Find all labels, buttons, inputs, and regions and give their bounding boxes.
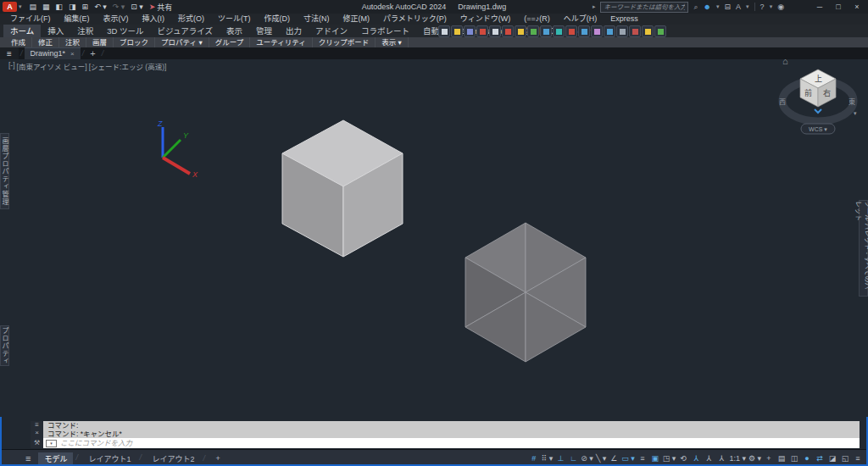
- ribbon-tool-icon[interactable]: [616, 25, 628, 37]
- status-toggle-icon[interactable]: ◳ ▾: [663, 454, 676, 463]
- menu-item[interactable]: 作成(D): [258, 14, 298, 25]
- health-report-icon[interactable]: ◉: [777, 3, 784, 11]
- status-toggle-icon[interactable]: ∟: [568, 454, 578, 463]
- ribbon-panel-label[interactable]: グループ: [209, 37, 251, 47]
- ribbon-panel-label[interactable]: ブロック: [114, 37, 155, 47]
- ribbon-tab[interactable]: コラボレート: [354, 25, 416, 37]
- minimize-button[interactable]: ─: [813, 3, 826, 11]
- ribbon-panel-label[interactable]: クリップボード: [313, 37, 376, 47]
- qat-tool-icon[interactable]: ➤: [149, 0, 156, 14]
- command-close-icon[interactable]: ×: [35, 429, 39, 436]
- file-tab-menu-icon[interactable]: ≡: [0, 47, 19, 59]
- layout-tab[interactable]: レイアウト1: [82, 452, 136, 465]
- status-toggle-icon[interactable]: ▤: [776, 454, 787, 463]
- ribbon-tab[interactable]: 注釈: [70, 25, 100, 37]
- properties-palette-tab[interactable]: プロパティ: [0, 325, 9, 366]
- ribbon-tool-icon[interactable]: [642, 25, 654, 37]
- viewcube-compass-east[interactable]: 東: [849, 97, 855, 106]
- status-toggle-icon[interactable]: ⊘ ▾: [581, 454, 593, 463]
- search-input[interactable]: [600, 2, 688, 13]
- ribbon-tool-icon[interactable]: [464, 25, 476, 37]
- ribbon-tab[interactable]: ホーム: [3, 25, 41, 37]
- ribbon-tool-icon[interactable]: [451, 25, 463, 37]
- ribbon-tab[interactable]: 3D ツール: [100, 25, 150, 37]
- status-toggle-icon[interactable]: ◪: [827, 454, 837, 463]
- viewcube-context-caret-icon[interactable]: ▾: [854, 110, 857, 116]
- menu-item[interactable]: (==♪(R): [517, 14, 557, 25]
- tool-palettes-tab[interactable]: ツール パレット - すべてのパレット: [859, 200, 868, 297]
- menu-item[interactable]: ファイル(F): [3, 14, 58, 25]
- status-toggle-icon[interactable]: ⚙ ▾: [748, 454, 761, 463]
- qat-tool-icon[interactable]: ◨: [69, 0, 76, 14]
- statusbar-menu-icon[interactable]: ≡: [25, 453, 31, 463]
- layout-tab[interactable]: +: [209, 453, 225, 463]
- command-input[interactable]: [60, 439, 860, 448]
- status-toggle-icon[interactable]: ◱: [840, 454, 850, 463]
- ribbon-tool-icon[interactable]: [515, 25, 526, 37]
- help-icon[interactable]: ?: [760, 3, 765, 11]
- app-store-cart-icon[interactable]: ⊟: [725, 3, 732, 11]
- qat-tool-icon[interactable]: ↶ ▾: [94, 0, 107, 14]
- command-options-icon[interactable]: ▾: [46, 440, 57, 447]
- ribbon-tool-icon[interactable]: [604, 25, 615, 37]
- viewcube-label-top[interactable]: 上: [815, 75, 822, 83]
- ribbon-tool-icon[interactable]: [489, 25, 501, 37]
- status-toggle-icon[interactable]: ⟲: [678, 454, 688, 463]
- ribbon-panel-label[interactable]: 画層: [86, 37, 114, 47]
- ribbon-tool-icon[interactable]: [476, 25, 488, 37]
- ribbon-tool-icon[interactable]: [654, 25, 666, 37]
- qat-tool-icon[interactable]: ▦: [42, 0, 50, 14]
- help-caret-icon[interactable]: ▾: [770, 3, 773, 10]
- user-caret-icon[interactable]: ▾: [716, 3, 720, 10]
- ribbon-tool-icon[interactable]: [540, 25, 552, 37]
- ribbon-panel-label[interactable]: 修正: [32, 37, 59, 47]
- status-toggle-icon[interactable]: ⊥: [555, 454, 565, 463]
- maximize-button[interactable]: □: [832, 3, 845, 11]
- viewcube-compass-west[interactable]: 西: [779, 98, 786, 106]
- ribbon-tab[interactable]: 管理: [249, 25, 279, 37]
- layout-tab[interactable]: レイアウト2: [146, 452, 200, 465]
- autodesk-a-icon[interactable]: A: [736, 3, 741, 11]
- viewport-view-control[interactable]: [南東アイソメ ビュー]: [17, 61, 87, 71]
- layer-properties-manager-palette-tab[interactable]: 画層プロパティ管理: [0, 133, 9, 209]
- menu-item[interactable]: 表示(V): [97, 14, 136, 25]
- viewcube-label-right[interactable]: 右: [823, 88, 831, 97]
- share-button[interactable]: 共有: [157, 2, 172, 13]
- ribbon-tab[interactable]: ビジュアライズ: [151, 25, 220, 37]
- ribbon-tool-icon[interactable]: [553, 25, 565, 37]
- ribbon-panel-label[interactable]: 表示 ▾: [376, 37, 409, 47]
- ribbon-panel-label[interactable]: 作成: [5, 37, 32, 47]
- status-toggle-icon[interactable]: 1:1 ▾: [729, 454, 746, 463]
- viewport-visual-style-control[interactable]: [シェード:エッジ (高速)]: [89, 61, 167, 71]
- status-toggle-icon[interactable]: ⅄: [704, 454, 714, 463]
- status-toggle-icon[interactable]: ▣: [650, 454, 660, 463]
- viewcube-orient-chevron-icon[interactable]: [815, 109, 821, 113]
- layout-tab[interactable]: モデル: [38, 452, 73, 465]
- menu-item[interactable]: ツール(T): [211, 14, 258, 25]
- command-history-icon[interactable]: ≡: [35, 421, 39, 429]
- box-mesh[interactable]: [465, 223, 586, 362]
- menu-item[interactable]: パラメトリック(P): [376, 14, 453, 25]
- viewport-minimize-control[interactable]: [-]: [8, 61, 15, 71]
- menu-item[interactable]: 修正(M): [337, 14, 377, 25]
- command-customize-wrench-icon[interactable]: ⚒: [34, 439, 40, 447]
- menu-item[interactable]: 編集(E): [58, 14, 97, 25]
- ribbon-tool-icon[interactable]: [629, 25, 641, 37]
- search-icon[interactable]: ⌕: [693, 3, 698, 12]
- signin-user-icon[interactable]: ☻: [704, 3, 711, 11]
- ribbon-tab[interactable]: 挿入: [41, 25, 70, 37]
- status-toggle-icon[interactable]: ⅄: [691, 454, 701, 463]
- qat-tool-icon[interactable]: ⊡ ▾: [131, 0, 143, 14]
- drawing-tab-close-icon[interactable]: ×: [70, 48, 75, 59]
- ribbon-panel-label[interactable]: ユーティリティ: [250, 37, 312, 47]
- autodesk-caret-icon[interactable]: ▾: [746, 3, 749, 10]
- status-toggle-icon[interactable]: ∠: [609, 454, 619, 463]
- status-toggle-icon[interactable]: #: [529, 454, 539, 463]
- ribbon-tool-icon[interactable]: [527, 25, 539, 37]
- menu-item[interactable]: 挿入(I): [136, 14, 172, 25]
- autocad-logo[interactable]: A: [3, 2, 17, 12]
- ribbon-tool-icon[interactable]: [438, 25, 450, 37]
- ribbon-tab[interactable]: 表示: [220, 25, 249, 37]
- status-toggle-icon[interactable]: +: [764, 454, 774, 463]
- ribbon-tool-icon[interactable]: [502, 25, 514, 37]
